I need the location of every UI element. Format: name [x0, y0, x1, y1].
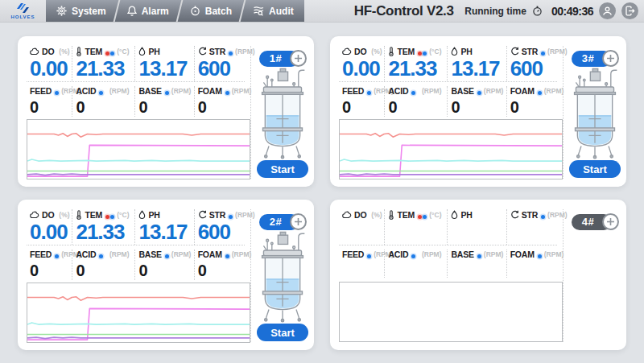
metric-unit: (%) — [59, 47, 72, 56]
metric-label: PH — [148, 47, 159, 56]
status-dot-blue — [538, 254, 542, 258]
metric-cell-acid: ACID (RPM) 0 — [72, 86, 135, 117]
metric-cell-feed: FEED (RPM) 0 — [339, 86, 385, 117]
status-dot-blue — [165, 254, 169, 258]
metric-cell-str: STR (RPM) 600 — [195, 209, 245, 245]
metric-unit: (RPM) — [422, 250, 444, 258]
running-time-value: 00:49:36 — [551, 5, 593, 18]
metric-value: 0 — [76, 261, 131, 280]
start-button[interactable]: Start — [257, 324, 308, 341]
metric-cell-do: DO (%) 0.00 — [339, 46, 385, 81]
metric-value: 13.17 — [138, 221, 190, 245]
metric-unit: (RPM) — [422, 87, 444, 95]
process-values-row: DO (%) 0.00 — [27, 46, 245, 82]
trend-line-cyan — [340, 159, 562, 161]
metric-cell-base: BASE (RPM) 0 — [135, 86, 194, 117]
metric-cell-do: DO (%) 0.00 — [27, 46, 72, 81]
panel-metrics-area: DO (%) 0.00 — [27, 46, 250, 179]
expand-reactor-button[interactable] — [290, 50, 307, 67]
metric-value: 0 — [510, 97, 554, 117]
thermometer-icon — [76, 47, 82, 56]
status-dot-blue — [411, 254, 415, 258]
metric-cell-foam: FOAM (RPM) — [507, 250, 557, 278]
metric-value: 21.33 — [76, 57, 131, 81]
metric-label: ACID — [76, 250, 96, 259]
start-button[interactable]: Start — [257, 160, 308, 178]
expand-reactor-button[interactable] — [602, 213, 619, 230]
process-values-row: DO (%) 0.00 — [27, 209, 245, 245]
metric-cell-foam: FOAM (RPM) 0 — [195, 86, 245, 117]
metric-cell-acid: ACID (RPM) 0 — [72, 250, 135, 280]
metric-label: FEED — [30, 86, 52, 96]
pump-values-row: FEED (RPM) 0 ACID (RPM) 0 — [339, 82, 557, 115]
metric-value: 0 — [198, 261, 242, 280]
stopwatch-icon — [532, 6, 543, 16]
tab-audit[interactable]: Audit — [242, 0, 304, 22]
app-logo: HOLVES — [0, 0, 46, 22]
expand-reactor-button[interactable] — [602, 50, 619, 67]
status-dot-blue — [229, 215, 233, 219]
user-button[interactable] — [599, 2, 616, 19]
cloud-icon — [30, 47, 39, 56]
reactor-badge: 3# — [572, 50, 619, 67]
plus-icon — [606, 54, 615, 63]
metric-cell-tem: TEM (°C) 21.33 — [72, 46, 135, 81]
metric-label: FOAM — [510, 86, 535, 96]
metric-unit: (°C) — [117, 47, 131, 56]
status-dot-blue — [55, 91, 59, 95]
metric-label: TEM — [397, 47, 415, 56]
status-dot-blue — [99, 91, 103, 95]
metric-label: FOAM — [198, 86, 222, 96]
tab-system[interactable]: System — [46, 0, 117, 22]
metric-cell-acid: ACID (RPM) 0 — [385, 86, 448, 117]
tab-alarm[interactable]: Alarm — [117, 0, 180, 22]
tab-label: Alarm — [142, 6, 169, 17]
metric-cell-ph: PH 13.17 — [135, 46, 194, 81]
trend-line-purple — [340, 174, 562, 175]
metric-label: ACID — [388, 86, 408, 96]
target-icon — [190, 6, 200, 16]
metric-cell-base: BASE (RPM) — [448, 250, 506, 278]
status-dot-blue — [538, 91, 542, 95]
metric-label: ACID — [76, 86, 96, 96]
status-dot-blue — [225, 254, 229, 258]
thermometer-icon — [388, 47, 394, 56]
tab-label: Audit — [269, 6, 294, 17]
metric-cell-feed: FEED (RPM) 0 — [27, 86, 72, 117]
status-dot-blue — [229, 52, 233, 56]
metric-unit: (°C) — [117, 211, 131, 219]
metric-label: FEED — [30, 250, 52, 259]
metric-unit: (RPM) — [109, 250, 132, 258]
metric-label: ACID — [388, 250, 408, 259]
metric-label: PH — [148, 210, 159, 220]
logout-button[interactable] — [621, 2, 638, 19]
status-dot-blue — [110, 215, 114, 219]
process-values-row: DO (%) — [339, 209, 557, 245]
drop-icon — [138, 210, 146, 220]
metric-cell-acid: ACID (RPM) — [385, 250, 448, 278]
cloud-icon — [342, 211, 352, 219]
rotate-icon — [198, 47, 207, 56]
metric-value: 0 — [342, 97, 381, 117]
status-dot-red — [418, 215, 422, 219]
tab-batch[interactable]: Batch — [180, 0, 242, 22]
header-right-group: Running time 00:49:36 — [464, 0, 644, 22]
bioreactor-illustration — [568, 67, 621, 160]
metric-label: STR — [209, 47, 225, 56]
status-dot-blue — [541, 215, 545, 219]
bioreactor-illustration — [256, 230, 309, 324]
metric-unit: (%) — [59, 211, 72, 219]
expand-reactor-button[interactable] — [290, 213, 307, 230]
metric-value: 0 — [451, 97, 502, 117]
metric-label: DO — [42, 210, 54, 220]
metric-label: STR — [522, 210, 538, 220]
start-button[interactable]: Start — [569, 160, 621, 178]
pump-values-row: FEED (RPM) 0 ACID (RPM) 0 — [27, 245, 245, 278]
trend-line-salmon — [27, 134, 250, 137]
app-title: HF-Control V2.3 — [354, 3, 454, 19]
metric-value: 0 — [198, 97, 242, 117]
metric-value: 21.33 — [388, 57, 444, 81]
running-time-label: Running time — [464, 6, 526, 17]
bell-icon — [127, 6, 137, 16]
bioreactor-illustration — [256, 67, 309, 160]
